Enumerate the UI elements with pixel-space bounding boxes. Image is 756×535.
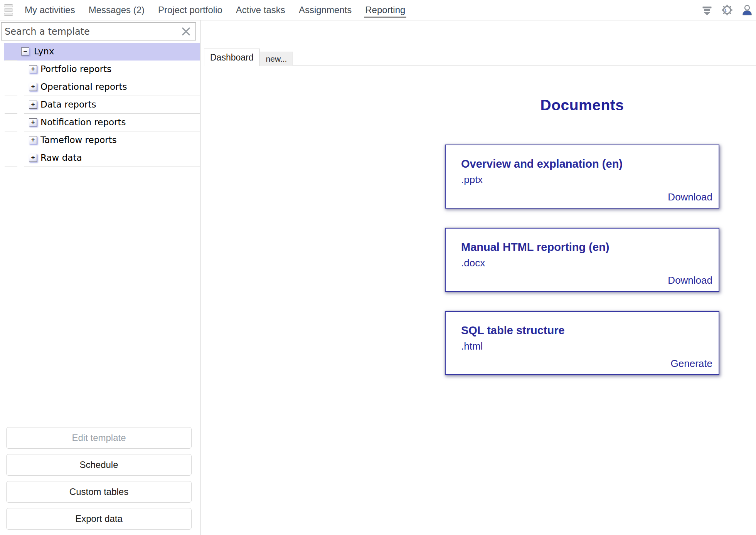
template-tree: − Lynx + Portfolio reports + Operational… bbox=[0, 43, 200, 167]
tree-expand-toggle[interactable]: − bbox=[21, 47, 29, 56]
document-action-link[interactable]: Download bbox=[668, 191, 712, 203]
tree-expand-toggle[interactable]: + bbox=[29, 83, 37, 91]
tree-expand-toggle[interactable]: + bbox=[29, 101, 37, 109]
nav-item[interactable]: My activities bbox=[25, 0, 75, 20]
row-separator bbox=[24, 167, 200, 167]
app-window: My activitiesMessages (2)Project portfol… bbox=[0, 0, 756, 535]
search-input[interactable] bbox=[1, 22, 196, 40]
x-clear-icon[interactable] bbox=[181, 26, 191, 37]
template-sidebar: − Lynx + Portfolio reports + Operational… bbox=[0, 20, 200, 535]
tab-new[interactable]: new... bbox=[260, 52, 293, 66]
document-card: Overview and explanation (en) .pptx Down… bbox=[445, 145, 719, 209]
tree-item-label: Portfolio reports bbox=[40, 64, 111, 74]
main-menu: My activitiesMessages (2)Project portfol… bbox=[25, 0, 405, 20]
tree-item-label: Data reports bbox=[40, 99, 96, 109]
tree-item-notification-reports[interactable]: + Notification reports bbox=[4, 114, 200, 131]
top-nav-bar: My activitiesMessages (2)Project portfol… bbox=[0, 0, 756, 20]
tab-dashboard[interactable]: Dashboard bbox=[204, 49, 260, 66]
documents-title: Documents bbox=[445, 96, 719, 114]
tree-item-label: Lynx bbox=[34, 46, 54, 56]
main-area: Dashboardnew... Documents Overview and e… bbox=[200, 20, 756, 535]
edit-template-button[interactable]: Edit template bbox=[6, 427, 192, 449]
sidebar-actions: Edit templateScheduleCustom tablesExport… bbox=[6, 427, 192, 530]
document-card: Manual HTML reporting (en) .docx Downloa… bbox=[445, 228, 719, 292]
nav-item[interactable]: Project portfolio bbox=[158, 0, 222, 20]
top-right-icons bbox=[701, 4, 753, 16]
tree-item-raw-data[interactable]: + Raw data bbox=[4, 149, 200, 167]
tree-item-label: Raw data bbox=[40, 153, 82, 163]
filter-icon[interactable] bbox=[701, 4, 713, 16]
export-data-button[interactable]: Export data bbox=[6, 508, 192, 530]
nav-item[interactable]: Messages (2) bbox=[89, 0, 145, 20]
tree-item-label: Notification reports bbox=[40, 117, 126, 127]
tree-expand-toggle[interactable]: + bbox=[29, 65, 37, 73]
document-filetype: .html bbox=[461, 340, 712, 352]
document-title: Manual HTML reporting (en) bbox=[461, 241, 712, 254]
document-card: SQL table structure .html Generate bbox=[445, 311, 719, 375]
tree-item-label: Tameflow reports bbox=[40, 135, 117, 145]
document-title: Overview and explanation (en) bbox=[461, 158, 712, 170]
row-separator bbox=[5, 167, 17, 167]
document-action-link[interactable]: Download bbox=[668, 274, 712, 286]
nav-item[interactable]: Assignments bbox=[299, 0, 352, 20]
hamburger-menu-icon[interactable] bbox=[4, 3, 13, 17]
tree-expand-toggle[interactable]: + bbox=[29, 154, 37, 162]
nav-item[interactable]: Reporting bbox=[365, 0, 405, 20]
template-search bbox=[1, 22, 196, 40]
tree-item-operational-reports[interactable]: + Operational reports bbox=[4, 78, 200, 96]
tree-item-portfolio-reports[interactable]: + Portfolio reports bbox=[4, 61, 200, 78]
tab-bar: Dashboardnew... bbox=[204, 48, 293, 66]
tree-item-data-reports[interactable]: + Data reports bbox=[4, 96, 200, 114]
document-action-link[interactable]: Generate bbox=[671, 358, 712, 370]
documents-section: Documents Overview and explanation (en) … bbox=[445, 96, 719, 394]
document-title: SQL table structure bbox=[461, 324, 712, 337]
user-icon[interactable] bbox=[741, 4, 753, 16]
nav-item[interactable]: Active tasks bbox=[236, 0, 285, 20]
document-filetype: .pptx bbox=[461, 174, 712, 186]
tree-expand-toggle[interactable]: + bbox=[29, 118, 37, 126]
gear-icon[interactable] bbox=[721, 4, 733, 16]
tree-item-root[interactable]: − Lynx bbox=[4, 43, 200, 61]
tree-item-label: Operational reports bbox=[40, 82, 127, 92]
schedule-button[interactable]: Schedule bbox=[6, 454, 192, 476]
document-filetype: .docx bbox=[461, 257, 712, 269]
tree-item-tameflow-reports[interactable]: + Tameflow reports bbox=[4, 131, 200, 149]
tree-expand-toggle[interactable]: + bbox=[29, 136, 37, 144]
custom-tables-button[interactable]: Custom tables bbox=[6, 481, 192, 503]
